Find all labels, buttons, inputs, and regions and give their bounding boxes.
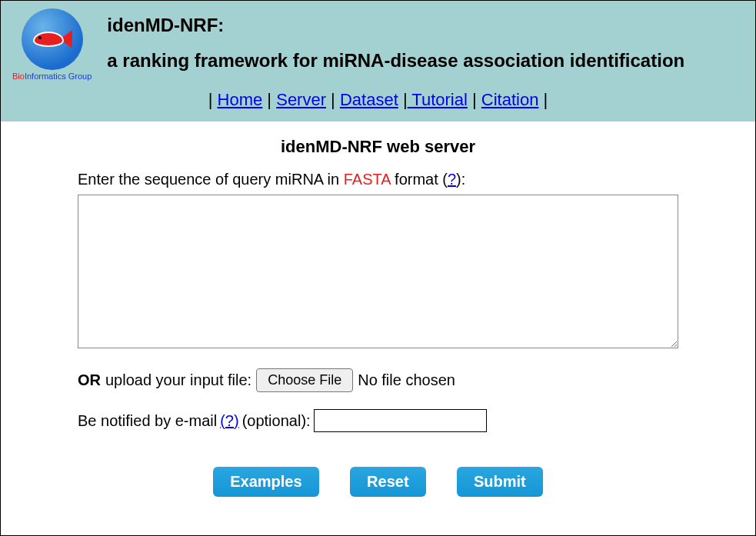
nav-tutorial[interactable]: Tutorial — [408, 90, 468, 109]
sequence-label: Enter the sequence of query miRNA in FAS… — [78, 171, 678, 188]
site-title-1: idenMD-NRF: — [107, 15, 684, 36]
email-label-pre: Be notified by e-mail — [78, 412, 217, 430]
fasta-word: FASTA — [344, 171, 391, 188]
email-help-link[interactable]: (?) — [220, 412, 238, 430]
nav-citation[interactable]: Citation — [481, 90, 539, 109]
enter-prefix: Enter the sequence of query miRNA in — [78, 171, 344, 188]
fish-body-icon — [33, 32, 64, 47]
site-title-2: a ranking framework for miRNA-disease as… — [107, 50, 684, 72]
email-row: Be notified by e-mail (?) (optional): — [78, 409, 678, 432]
sequence-textarea[interactable] — [78, 195, 678, 348]
fish-eye-icon — [38, 36, 42, 39]
email-input[interactable] — [314, 409, 487, 432]
fasta-help-link[interactable]: ? — [448, 171, 456, 188]
nav: | Home | Server | Dataset | Tutorial | C… — [8, 90, 748, 110]
choose-file-button[interactable]: Choose File — [256, 368, 353, 392]
header: BioInformatics Group idenMD-NRF: a ranki… — [1, 1, 755, 122]
examples-button[interactable]: Examples — [213, 467, 318, 497]
email-label-post: (optional): — [242, 412, 311, 430]
nav-dataset[interactable]: Dataset — [340, 90, 398, 109]
or-label: OR — [78, 371, 101, 389]
logo-icon — [22, 8, 83, 70]
logo-text-info: Informatics — [25, 72, 66, 81]
logo-caption: BioInformatics Group — [12, 72, 92, 81]
enter-mid: format ( — [391, 171, 448, 188]
reset-button[interactable]: Reset — [350, 467, 425, 497]
header-top: BioInformatics Group idenMD-NRF: a ranki… — [8, 8, 748, 81]
logo-text-bio: Bio — [12, 72, 25, 81]
logo: BioInformatics Group — [12, 8, 92, 81]
no-file-chosen: No file chosen — [358, 371, 455, 389]
main: idenMD-NRF web server Enter the sequence… — [1, 122, 755, 497]
button-row: Examples Reset Submit — [78, 467, 678, 497]
upload-label: upload your input file: — [105, 371, 251, 389]
enter-suffix: ): — [456, 171, 465, 188]
upload-row: OR upload your input file: Choose File N… — [78, 368, 678, 392]
titles: idenMD-NRF: a ranking framework for miRN… — [107, 8, 684, 72]
page-title: idenMD-NRF web server — [78, 137, 678, 157]
nav-server[interactable]: Server — [276, 90, 326, 109]
logo-text-group: Group — [66, 72, 92, 81]
submit-button[interactable]: Submit — [457, 467, 543, 497]
nav-home[interactable]: Home — [218, 90, 263, 109]
